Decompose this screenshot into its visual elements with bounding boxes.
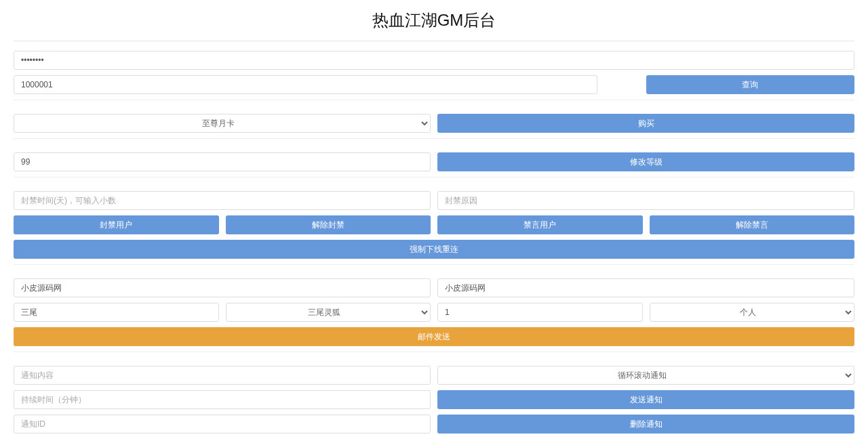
item-select[interactable]: 三尾灵狐 [226,303,431,322]
separator [14,264,854,265]
mail-title-input[interactable] [14,278,431,297]
notify-type-select[interactable]: 循环滚动通知 [437,366,854,385]
ban-user-button[interactable]: 封禁用户 [14,215,219,234]
notify-id-input[interactable] [14,415,431,434]
separator [14,100,854,100]
separator [14,177,854,177]
separator [14,138,854,139]
card-section: 至尊月卡 购买 [14,104,854,143]
query-button[interactable]: 查询 [646,75,855,94]
modify-level-button[interactable]: 修改等级 [437,152,854,171]
buy-button[interactable]: 购买 [437,114,854,133]
ban-reason-input[interactable] [437,191,854,210]
delete-notify-button[interactable]: 删除通知 [437,415,854,434]
notify-section: 循环滚动通知 发送通知 删除通知 [14,356,854,443]
send-mail-button[interactable]: 邮件发送 [14,327,854,346]
account-input[interactable] [14,75,597,94]
mute-user-button[interactable]: 禁言用户 [437,215,643,234]
target-select[interactable]: 个人 [650,303,855,322]
ban-section: 封禁用户 解除封禁 禁言用户 解除禁言 强制下线重连 [14,182,854,269]
send-notify-button[interactable]: 发送通知 [437,390,854,409]
unban-button[interactable]: 解除封禁 [226,215,431,234]
notify-duration-input[interactable] [14,390,431,409]
item-count-input[interactable] [437,303,643,322]
card-select[interactable]: 至尊月卡 [14,114,431,133]
notify-content-input[interactable] [14,366,431,385]
unmute-button[interactable]: 解除禁言 [650,215,855,234]
mail-content-input[interactable] [437,278,854,297]
separator [14,352,854,352]
level-input[interactable] [14,152,431,171]
mail-section: 三尾灵狐 个人 邮件发送 [14,269,854,356]
level-section: 修改等级 [14,143,854,182]
password-input[interactable] [14,51,854,70]
page-title: 热血江湖GM后台 [14,0,854,41]
ban-time-input[interactable] [14,191,431,210]
force-offline-button[interactable]: 强制下线重连 [14,240,854,259]
item-search-input[interactable] [14,303,219,322]
auth-section: 查询 [14,41,854,104]
